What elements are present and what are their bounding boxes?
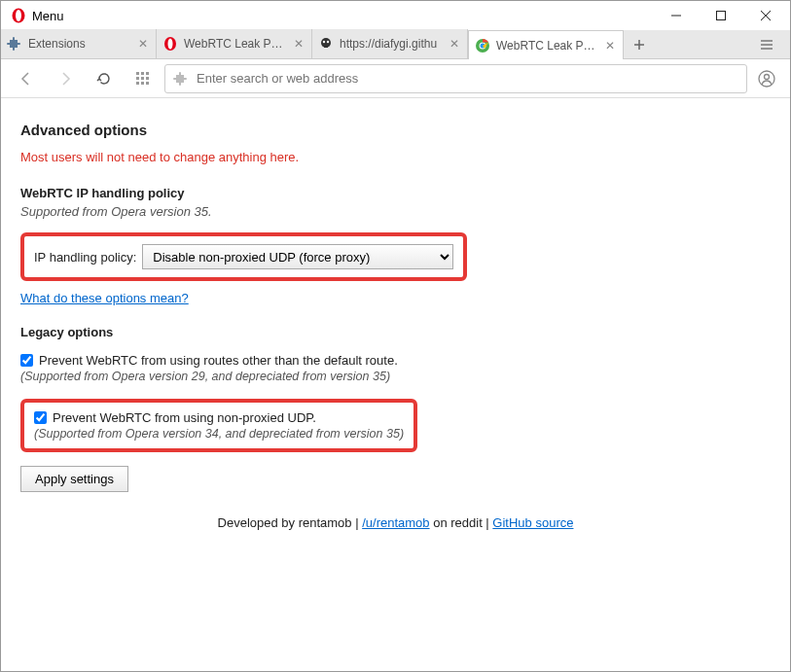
- supported-text: Supported from Opera version 35.: [20, 204, 771, 219]
- legacy-option-1[interactable]: Prevent WebRTC from using routes other t…: [20, 353, 771, 368]
- legacy-label-1: Prevent WebRTC from using routes other t…: [39, 353, 398, 368]
- tabs-menu-button[interactable]: [751, 31, 782, 58]
- speed-dial-button[interactable]: [126, 63, 161, 94]
- warning-text: Most users will not need to change anyth…: [20, 150, 771, 164]
- footer-text: Developed by rentamob | /u/rentamob on r…: [20, 515, 771, 530]
- policy-label: IP handling policy:: [34, 250, 136, 265]
- tab-webrtc-1[interactable]: WebRTC Leak Preven ✕: [157, 29, 312, 58]
- tab-title: WebRTC Leak Preven: [184, 37, 286, 51]
- apply-settings-button[interactable]: Apply settings: [20, 466, 128, 492]
- back-button[interactable]: [9, 63, 44, 94]
- tab-webrtc-active[interactable]: WebRTC Leak Preven ✕: [468, 30, 624, 59]
- tab-title: https://diafygi.githu: [340, 37, 442, 51]
- svg-point-9: [323, 41, 325, 43]
- navigation-bar: [1, 59, 790, 98]
- address-bar[interactable]: [164, 64, 747, 93]
- close-window-button[interactable]: [743, 2, 788, 29]
- tabs-bar: Extensions ✕ WebRTC Leak Preven ✕ https:…: [1, 30, 790, 59]
- tab-diafygi[interactable]: https://diafygi.githu ✕: [312, 29, 468, 58]
- svg-rect-22: [146, 72, 149, 75]
- legacy-label-2: Prevent WebRTC from using non-proxied UD…: [53, 410, 316, 425]
- puzzle-icon: [7, 36, 22, 52]
- tab-title: Extensions: [28, 37, 130, 51]
- close-icon[interactable]: ✕: [292, 37, 306, 51]
- ip-policy-select[interactable]: Disable non-proxied UDP (force proxy): [142, 244, 453, 269]
- section-heading-policy: WebRTC IP handling policy: [20, 186, 771, 200]
- tab-extensions[interactable]: Extensions ✕: [1, 29, 157, 58]
- legacy-depr-2: (Supported from Opera version 34, and de…: [34, 427, 404, 441]
- menu-label[interactable]: Menu: [32, 9, 64, 23]
- policy-highlight-box: IP handling policy: Disable non-proxied …: [20, 232, 467, 281]
- reddit-link[interactable]: /u/rentamob: [362, 515, 429, 530]
- svg-rect-11: [324, 46, 328, 48]
- page-title: Advanced options: [20, 122, 771, 138]
- new-tab-button[interactable]: [624, 31, 655, 58]
- minimize-button[interactable]: [654, 2, 699, 29]
- legacy-option-2[interactable]: Prevent WebRTC from using non-proxied UD…: [34, 410, 404, 425]
- svg-rect-3: [717, 12, 726, 20]
- svg-rect-27: [141, 82, 144, 85]
- opera-icon: [11, 8, 26, 23]
- svg-rect-26: [136, 82, 139, 85]
- maximize-button[interactable]: [699, 2, 743, 29]
- svg-point-7: [168, 39, 173, 50]
- options-info-link[interactable]: What do these options mean?: [20, 291, 189, 305]
- svg-point-10: [327, 41, 329, 43]
- github-link[interactable]: GitHub source: [492, 515, 573, 530]
- window-title-bar: Menu: [1, 1, 790, 30]
- svg-rect-28: [146, 82, 149, 85]
- page-content: Advanced options Most users will not nee…: [1, 98, 790, 553]
- close-icon[interactable]: ✕: [448, 37, 461, 51]
- svg-rect-20: [136, 72, 139, 75]
- svg-rect-23: [136, 77, 139, 80]
- address-input[interactable]: [197, 71, 738, 86]
- puzzle-icon: [173, 71, 189, 87]
- profile-button[interactable]: [751, 63, 782, 94]
- svg-point-30: [765, 74, 770, 79]
- legacy-checkbox-1[interactable]: [20, 354, 33, 367]
- close-icon[interactable]: ✕: [603, 39, 617, 53]
- svg-rect-25: [146, 77, 149, 80]
- svg-rect-24: [141, 77, 144, 80]
- reload-button[interactable]: [87, 63, 122, 94]
- close-icon[interactable]: ✕: [136, 37, 150, 51]
- svg-rect-21: [141, 72, 144, 75]
- section-heading-legacy: Legacy options: [20, 325, 771, 339]
- opera-icon: [162, 36, 178, 52]
- svg-point-1: [16, 10, 21, 21]
- tab-title: WebRTC Leak Preven: [496, 39, 597, 53]
- legacy-checkbox-2[interactable]: [34, 411, 47, 424]
- legacy-depr-1: (Supported from Opera version 29, and de…: [20, 370, 771, 383]
- skull-icon: [318, 36, 334, 52]
- chrome-icon: [475, 38, 490, 53]
- legacy-highlight-box: Prevent WebRTC from using non-proxied UD…: [20, 399, 417, 452]
- forward-button[interactable]: [48, 63, 83, 94]
